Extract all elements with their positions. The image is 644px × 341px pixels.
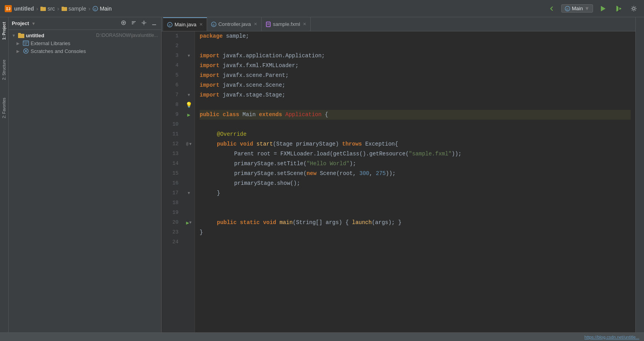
code-line-2 bbox=[200, 41, 631, 51]
code-line-18 bbox=[200, 198, 631, 208]
code-line-7: import javafx.stage.Stage; bbox=[200, 90, 631, 100]
external-libraries-icon bbox=[23, 40, 29, 46]
settings-button[interactable] bbox=[628, 5, 639, 13]
project-panel-title: Project ▼ bbox=[12, 20, 36, 26]
main-java-tab-close[interactable]: ✕ bbox=[199, 22, 203, 27]
ln-18: 18 bbox=[166, 198, 178, 208]
run-config-selector[interactable]: C Main ▼ bbox=[561, 4, 593, 13]
debug-button[interactable] bbox=[613, 4, 624, 13]
breadcrumb-main[interactable]: C Main bbox=[93, 5, 111, 12]
minimize-panel-btn[interactable] bbox=[150, 20, 158, 27]
gutter-14 bbox=[183, 159, 195, 169]
arrow-untitled: ▼ bbox=[12, 33, 16, 38]
gutter-23 bbox=[183, 228, 195, 237]
controller-java-tab-close[interactable]: ✕ bbox=[254, 22, 257, 27]
tab-main-java[interactable]: C Main.java ✕ bbox=[163, 17, 207, 31]
locate-file-btn[interactable] bbox=[120, 20, 127, 27]
run-arrow-20[interactable]: ▶ bbox=[186, 220, 189, 226]
sep1: › bbox=[36, 5, 38, 12]
code-line-5: import javafx.scene.Parent; bbox=[200, 71, 631, 80]
ln-19: 19 bbox=[166, 208, 178, 218]
locate-icon bbox=[121, 20, 126, 26]
title-bar: IJ untitled › src › sample › C Main bbox=[0, 0, 644, 17]
svg-rect-3 bbox=[40, 7, 43, 7]
untitled-label: untitled bbox=[26, 33, 95, 38]
ln-12: 12 bbox=[166, 139, 178, 149]
project-panel-header: Project ▼ bbox=[9, 17, 161, 30]
gutter-6 bbox=[183, 80, 195, 90]
fold-17[interactable]: ▼ bbox=[187, 191, 190, 195]
run-button[interactable] bbox=[597, 4, 609, 13]
editor-area: C Main.java ✕ C Controller.java ✕ bbox=[162, 17, 635, 332]
ln-23: 23 bbox=[166, 228, 178, 237]
gutter-19 bbox=[183, 208, 195, 218]
ln-1: 1 bbox=[166, 31, 178, 41]
svg-rect-19 bbox=[18, 34, 24, 38]
minimize-icon bbox=[151, 20, 157, 26]
src-folder-icon bbox=[40, 6, 46, 11]
lightbulb-8[interactable]: 💡 bbox=[186, 102, 192, 108]
code-line-13: Parent root = FXMLLoader.load(getClass()… bbox=[200, 149, 631, 159]
tab-controller-java[interactable]: C Controller.java ✕ bbox=[207, 17, 262, 31]
run-arrow-9[interactable]: ▶ bbox=[187, 112, 191, 118]
controller-java-tab-icon: C bbox=[211, 22, 216, 27]
gutter-5 bbox=[183, 71, 195, 80]
project-tree: ▼ untitled D:\DORASNOW\java\untitle... ▶… bbox=[9, 30, 161, 332]
untitled-folder-icon bbox=[18, 32, 24, 38]
sep3: › bbox=[89, 5, 91, 12]
code-line-23: } bbox=[200, 228, 631, 237]
breadcrumb-src[interactable]: src bbox=[40, 5, 55, 12]
gutter-1 bbox=[183, 31, 195, 41]
sep2: › bbox=[57, 5, 59, 12]
code-line-1: package sample; bbox=[200, 31, 631, 41]
tree-item-external-libraries[interactable]: ▶ External Libraries bbox=[9, 39, 161, 47]
ln-24: 24 bbox=[166, 237, 178, 247]
run-config-dropdown-icon: ▼ bbox=[584, 5, 589, 11]
navigate-back-btn[interactable] bbox=[546, 5, 557, 13]
right-panel bbox=[635, 17, 644, 332]
tab-sample-fxml[interactable]: sample.fxml ✕ bbox=[262, 17, 311, 31]
fold-12[interactable]: ▼ bbox=[189, 142, 192, 146]
svg-text:C: C bbox=[94, 7, 96, 11]
main-class-icon: C bbox=[93, 6, 98, 11]
gutter-7: ▼ bbox=[183, 90, 195, 100]
panel-settings-btn[interactable] bbox=[140, 20, 148, 27]
panel-gear-icon bbox=[141, 20, 147, 26]
fold-7[interactable]: ▼ bbox=[187, 93, 190, 97]
breadcrumb-sample[interactable]: sample bbox=[62, 5, 86, 12]
gutter-3: ▼ bbox=[183, 51, 195, 61]
tree-item-scratches[interactable]: ▶ Scratches and Consoles bbox=[9, 47, 161, 55]
editor-tab-bar: C Main.java ✕ C Controller.java ✕ bbox=[162, 17, 635, 31]
ln-5: 5 bbox=[166, 71, 178, 80]
fold-20[interactable]: ▼ bbox=[189, 221, 191, 225]
code-line-11: @Override bbox=[200, 129, 631, 139]
gutter-15 bbox=[183, 169, 195, 179]
project-panel-tab[interactable]: 1: Project bbox=[1, 19, 7, 45]
fold-3[interactable]: ▼ bbox=[187, 54, 190, 58]
code-content[interactable]: package sample; import javafx.applicatio… bbox=[195, 31, 635, 332]
collapse-all-btn[interactable] bbox=[130, 20, 138, 27]
svg-rect-32 bbox=[266, 22, 270, 27]
code-line-14: primaryStage.setTitle("Hello World"); bbox=[200, 159, 631, 169]
code-line-10 bbox=[200, 120, 631, 129]
gutter-2 bbox=[183, 41, 195, 51]
code-line-15: primaryStage.setScene(new Scene(root, 30… bbox=[200, 169, 631, 179]
gutter-9: ▶ bbox=[183, 110, 195, 120]
sample-fxml-tab-label: sample.fxml bbox=[273, 21, 300, 27]
structure-panel-tab[interactable]: 2: Structure bbox=[1, 57, 7, 83]
tree-item-untitled[interactable]: ▼ untitled D:\DORASNOW\java\untitle... bbox=[9, 31, 161, 39]
svg-point-17 bbox=[143, 22, 145, 24]
run-config-icon: C bbox=[565, 6, 570, 11]
run-config-label: Main bbox=[572, 5, 583, 11]
status-url[interactable]: https://blog.csdn.net/untitle... bbox=[584, 335, 639, 339]
code-editor[interactable]: 1 2 3 4 5 6 7 8 9 10 11 12 13 14 15 16 1… bbox=[162, 31, 635, 332]
untitled-path: D:\DORASNOW\java\untitle... bbox=[96, 33, 158, 38]
scratches-label: Scratches and Consoles bbox=[31, 48, 158, 54]
gutter: ▼ ▼ 💡 ▶ @ ▼ bbox=[183, 31, 195, 332]
project-panel: Project ▼ bbox=[9, 17, 162, 332]
sample-fxml-tab-close[interactable]: ✕ bbox=[303, 22, 306, 27]
project-dropdown-arrow[interactable]: ▼ bbox=[31, 21, 36, 26]
settings-icon bbox=[631, 5, 637, 12]
favorites-panel-tab[interactable]: 2: Favorites bbox=[1, 95, 7, 121]
main-java-tab-label: Main.java bbox=[175, 22, 196, 27]
